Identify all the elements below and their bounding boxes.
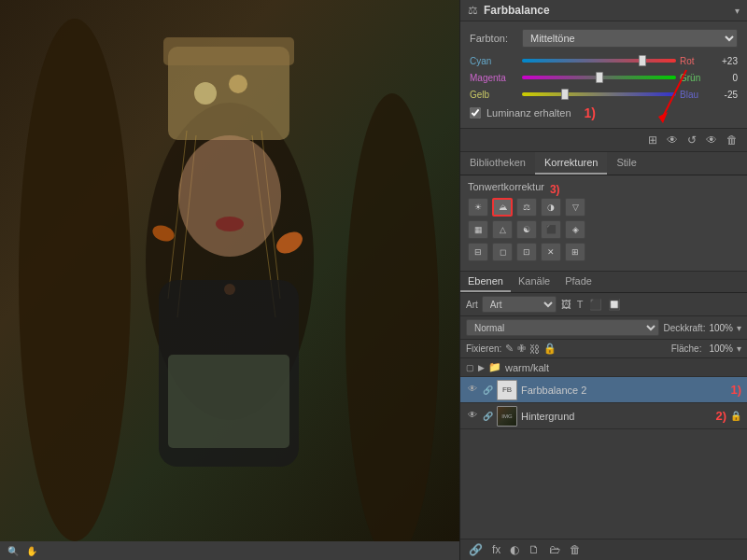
layer-chain-farbbalance2: 🔗: [483, 385, 493, 395]
scale-icon: ⚖: [468, 4, 478, 17]
tab-korrekturen[interactable]: Korrekturen: [535, 152, 607, 175]
korrekturen-annotation: 3): [550, 183, 560, 196]
grid-icon[interactable]: ⊞: [646, 133, 659, 147]
luminanz-label: Luminanz erhalten: [486, 107, 571, 119]
corr-loschen[interactable]: ✕: [541, 243, 561, 261]
fix-move-icon[interactable]: ✙: [517, 343, 526, 355]
corr-kanal[interactable]: ☯: [516, 220, 537, 239]
corr-tonwert[interactable]: ⛰: [492, 198, 513, 217]
reset-icon[interactable]: 👁: [704, 133, 719, 147]
deckkraft-row: Normal Multiplizieren Abwedeln Deckkraft…: [460, 316, 747, 340]
magenta-gruen-slider[interactable]: [522, 72, 676, 83]
corr-tiefen[interactable]: ⊟: [468, 243, 488, 261]
magenta-gruen-value: 0: [712, 73, 738, 83]
layer-eye-hintergrund[interactable]: 👁: [466, 410, 479, 423]
corr-schwellenwert[interactable]: ◻: [492, 243, 513, 261]
fixieren-label: Fixieren:: [466, 343, 501, 354]
panel-title: Farbbalance: [484, 4, 550, 17]
flaeche-label: Fläche:: [671, 343, 702, 354]
magenta-label: Magenta: [470, 73, 518, 83]
layer-group-warmkalt[interactable]: ▢ ▶ 📁 warm/kalt: [460, 358, 747, 377]
layer-thumb-farbbalance2: FB: [497, 380, 517, 400]
tab-bibliotheken[interactable]: Bibliotheken: [460, 152, 535, 175]
layer-thumb-hintergrund: IMG: [497, 406, 517, 427]
tab-stile[interactable]: Stile: [607, 152, 645, 175]
magenta-gruen-thumb[interactable]: [596, 72, 603, 83]
gruen-label: Grün: [680, 73, 708, 83]
cyan-rot-slider[interactable]: [522, 55, 676, 66]
ebenen-tab-kanaele[interactable]: Kanäle: [511, 272, 557, 292]
corr-extra[interactable]: ⊞: [565, 243, 585, 261]
svg-point-18: [224, 284, 235, 295]
corr-selektiv[interactable]: △: [492, 220, 513, 239]
deckkraft-dropdown[interactable]: ▾: [737, 323, 741, 333]
luminanz-checkbox[interactable]: [470, 107, 481, 119]
bottom-bar: 🔍 ✋: [0, 541, 459, 560]
gelb-blau-thumb[interactable]: [561, 89, 569, 100]
link-icon[interactable]: 🔗: [466, 542, 486, 557]
zoom-icon: 🔍: [7, 546, 19, 556]
fixieren-row: Fixieren: ✎ ✙ ⛓ 🔒 Fläche: 100% ▾: [460, 340, 747, 358]
shape-icon[interactable]: ⬛: [588, 298, 603, 312]
tab-bar: Bibliotheken Korrekturen Stile: [460, 152, 747, 175]
eye-icon[interactable]: 👁: [665, 133, 680, 147]
corr-brightness[interactable]: ☀: [468, 198, 488, 217]
svg-rect-5: [163, 37, 294, 65]
blend-mode-select[interactable]: Normal Multiplizieren Abwedeln: [466, 319, 659, 336]
layer-bottom: 🔗 fx ◐ 🗋 🗁 🗑: [460, 539, 747, 560]
correction-icons-row2: ▦ △ ☯ ⬛ ◈: [468, 220, 740, 239]
right-panel: ⚖ Farbbalance ▾ Farbton: Mitteltöne Tief…: [459, 0, 747, 560]
gelb-blau-slider[interactable]: [522, 89, 676, 100]
corr-fotofilter[interactable]: ⊡: [516, 243, 537, 261]
mask-icon[interactable]: 🔲: [607, 298, 622, 312]
deckkraft-label: Deckkraft:: [663, 323, 705, 333]
corr-farbbalance[interactable]: ▦: [468, 220, 488, 239]
layer-farbbalance2[interactable]: 👁 🔗 FB Farbbalance 2 1): [460, 377, 747, 403]
fix-lock-icon[interactable]: 🔒: [543, 343, 557, 355]
correction-icons-row1: ☀ ⛰ ⚖ ◑ ▽: [468, 198, 740, 217]
cyan-rot-value: +23: [712, 56, 738, 66]
layer-eye-farbbalance2[interactable]: 👁: [466, 384, 479, 397]
svg-point-15: [194, 82, 217, 105]
gelb-blau-value: -25: [712, 90, 738, 100]
cyan-rot-thumb[interactable]: [639, 55, 646, 66]
group-icon[interactable]: 🗁: [546, 542, 563, 557]
adjustment-icon[interactable]: 🗋: [526, 542, 543, 557]
flaeche-value: 100%: [709, 343, 733, 354]
color-balance-panel: Farbton: Mitteltöne Tiefen Lichter Cyan …: [460, 21, 747, 129]
ebenen-tabs: Ebenen Kanäle Pfade: [460, 272, 747, 293]
ebenen-tab-ebenen[interactable]: Ebenen: [460, 272, 511, 292]
art-select[interactable]: Art: [482, 296, 557, 313]
mask-add-icon[interactable]: ◐: [507, 542, 522, 557]
layer-hintergrund[interactable]: 👁 🔗 IMG Hintergrund 2) 🔒: [460, 403, 747, 429]
group-checkbox: ▢: [466, 363, 474, 372]
gelb-blau-row: Gelb Blau -25: [470, 89, 738, 100]
blau-label: Blau: [680, 90, 708, 100]
flaeche-dropdown[interactable]: ▾: [737, 343, 741, 354]
farbton-select[interactable]: Mitteltöne Tiefen Lichter: [522, 29, 738, 48]
toolbar-icons: ⊞ 👁 ↺ 👁 🗑: [460, 129, 747, 152]
cyan-label: Cyan: [470, 56, 518, 66]
group-name-warmkalt: warm/kalt: [505, 362, 549, 373]
corr-kurven[interactable]: ⚖: [516, 198, 537, 217]
layer-list: ▢ ▶ 📁 warm/kalt 👁 🔗 FB Farbbalance 2 1) …: [460, 358, 747, 539]
corr-belichtung[interactable]: ◑: [541, 198, 561, 217]
trash-icon[interactable]: 🗑: [725, 133, 740, 147]
text-icon[interactable]: T: [576, 298, 585, 311]
group-expand-icon[interactable]: ▶: [478, 363, 485, 372]
collapse-icon[interactable]: ▾: [735, 6, 740, 16]
farbbalance-header: ⚖ Farbbalance ▾: [460, 0, 747, 21]
layer-lock-icon: 🔒: [730, 411, 741, 421]
fix-pencil-icon[interactable]: ✎: [505, 343, 514, 355]
corr-verlauf[interactable]: ⬛: [541, 220, 561, 239]
tonwertkorretur-title: Tonwertkorrektur: [468, 181, 544, 192]
undo-icon[interactable]: ↺: [685, 133, 698, 147]
corr-farbton[interactable]: ▽: [565, 198, 585, 217]
korrekturen-panel: Tonwertkorrektur 3) ☀ ⛰ ⚖ ◑ ▽ ▦ △ ☯ ⬛ ◈ …: [460, 175, 747, 272]
fix-chain-icon[interactable]: ⛓: [529, 343, 540, 355]
fx-icon[interactable]: fx: [489, 542, 503, 557]
delete-layer-icon[interactable]: 🗑: [567, 542, 584, 557]
ebenen-tab-pfade[interactable]: Pfade: [557, 272, 599, 292]
layer-new-icon[interactable]: 🖼: [560, 298, 572, 311]
corr-mehr[interactable]: ◈: [565, 220, 585, 239]
